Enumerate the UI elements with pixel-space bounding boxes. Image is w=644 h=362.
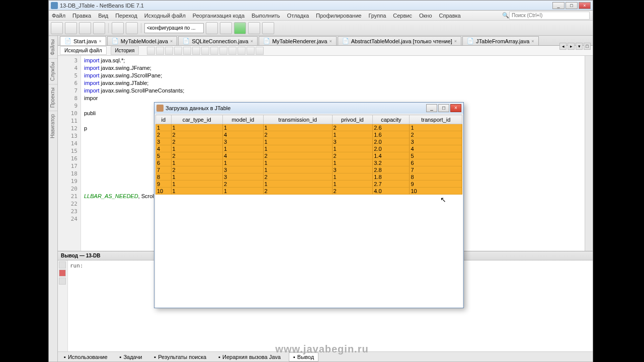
table-cell[interactable]: 1.4: [373, 152, 410, 159]
editor-tool-button[interactable]: [165, 47, 173, 55]
config-combo[interactable]: <конфигурация по ...: [144, 23, 204, 33]
table-cell[interactable]: 4.0: [373, 188, 410, 195]
pane-menu-button[interactable]: ▾: [576, 43, 583, 50]
open-button[interactable]: [79, 22, 91, 34]
table-row[interactable]: 1011224.010: [156, 188, 462, 195]
table-cell[interactable]: 2.6: [373, 124, 410, 131]
bottom-tab[interactable]: ▪Вывод: [289, 352, 318, 361]
editor-tool-button[interactable]: [147, 47, 155, 55]
table-cell[interactable]: 1: [171, 124, 222, 131]
table-cell[interactable]: 2: [332, 188, 373, 195]
table-row[interactable]: 323132.03: [156, 138, 462, 145]
table-cell[interactable]: 3: [332, 138, 373, 145]
table-cell[interactable]: 3: [222, 173, 263, 180]
file-tab[interactable]: 📄MyTableModel.java×: [107, 36, 177, 45]
menu-help[interactable]: Справка: [439, 13, 461, 19]
menu-profile[interactable]: Профилирование: [316, 13, 361, 19]
table-cell[interactable]: 1: [263, 145, 332, 152]
file-tab[interactable]: 📄JTableFromArray.java×: [462, 36, 538, 45]
table-cell[interactable]: 2.8: [373, 166, 410, 173]
new-file-button[interactable]: [51, 22, 63, 34]
table-cell[interactable]: 2: [171, 152, 222, 159]
table-row[interactable]: 111122.61: [156, 124, 462, 131]
table-cell[interactable]: 1.8: [373, 173, 410, 180]
table-row[interactable]: 224211.62: [156, 131, 462, 138]
table-cell[interactable]: 1: [171, 159, 222, 166]
minimize-button[interactable]: _: [552, 2, 565, 9]
table-cell[interactable]: 3: [222, 138, 263, 145]
pane-right-button[interactable]: ▸: [568, 43, 575, 50]
table-cell[interactable]: 4: [222, 152, 263, 159]
table-header[interactable]: transport_id: [410, 115, 462, 124]
table-cell[interactable]: 1: [171, 188, 222, 195]
table-cell[interactable]: 1: [171, 173, 222, 180]
output-stop-icon[interactable]: [59, 269, 66, 277]
table-row[interactable]: 912112.79: [156, 180, 462, 188]
save-all-button[interactable]: [93, 22, 105, 34]
pane-max-button[interactable]: □: [584, 43, 591, 50]
table-cell[interactable]: 1: [222, 124, 263, 131]
build-button[interactable]: [206, 22, 218, 34]
table-cell[interactable]: 3: [222, 166, 263, 173]
editor-tool-button[interactable]: [183, 47, 191, 55]
table-cell[interactable]: 10: [156, 188, 172, 195]
menu-file[interactable]: Файл: [52, 13, 65, 19]
table-cell[interactable]: 8: [156, 173, 172, 180]
table-cell[interactable]: 2: [171, 131, 222, 138]
table-cell[interactable]: 1: [222, 145, 263, 152]
table-cell[interactable]: 2.0: [373, 138, 410, 145]
file-tab[interactable]: 📄SQLiteConnection.java×: [178, 36, 258, 45]
table-cell[interactable]: 3.2: [373, 159, 410, 166]
table-header[interactable]: transmission_id: [263, 115, 332, 124]
editor-tool-button[interactable]: [156, 47, 164, 55]
pane-left-button[interactable]: ◂: [559, 43, 567, 50]
table-cell[interactable]: 2: [171, 166, 222, 173]
editor-tool-button[interactable]: [228, 47, 236, 55]
table-cell[interactable]: 2: [332, 124, 373, 131]
bottom-tab[interactable]: ▪Иерархия вызова Java: [214, 353, 285, 361]
clean-build-button[interactable]: [220, 22, 232, 34]
table-cell[interactable]: 1: [263, 124, 332, 131]
sidebar-navigator[interactable]: Навигатор: [49, 111, 57, 141]
table-cell[interactable]: 1: [263, 159, 332, 166]
table-cell[interactable]: 1: [332, 159, 373, 166]
jtable[interactable]: idcar_type_idmodel_idtransmission_idpriv…: [155, 115, 462, 195]
table-header[interactable]: capacity: [373, 115, 410, 124]
debug-button[interactable]: [248, 22, 260, 34]
editor-tool-button[interactable]: [192, 47, 200, 55]
table-cell[interactable]: 1: [332, 145, 373, 152]
table-cell[interactable]: 2: [263, 152, 332, 159]
table-cell[interactable]: 4: [222, 131, 263, 138]
redo-button[interactable]: [126, 22, 138, 34]
close-tab-icon[interactable]: ×: [531, 39, 534, 44]
editor-scrollbar[interactable]: [585, 56, 593, 251]
editor-tool-button[interactable]: [174, 47, 182, 55]
editor-tool-button[interactable]: [201, 47, 209, 55]
menu-window[interactable]: Окно: [419, 13, 432, 19]
dialog-minimize-button[interactable]: _: [426, 104, 437, 112]
table-cell[interactable]: 2.7: [373, 180, 410, 188]
file-tab[interactable]: 📄Start.java×: [60, 36, 106, 45]
close-tab-icon[interactable]: ×: [251, 39, 253, 44]
table-cell[interactable]: 2: [263, 131, 332, 138]
table-cell[interactable]: 1: [263, 180, 332, 188]
menu-run[interactable]: Выполнить: [252, 13, 280, 19]
menu-debug[interactable]: Отладка: [287, 13, 309, 19]
bottom-tab[interactable]: ▪Использование: [60, 353, 112, 361]
table-cell[interactable]: 1: [171, 180, 222, 188]
close-tab-icon[interactable]: ×: [99, 39, 101, 44]
bottom-tab[interactable]: ▪Результаты поиска: [150, 353, 210, 361]
table-cell[interactable]: 1: [222, 188, 263, 195]
editor-tool-button[interactable]: [237, 47, 246, 55]
table-cell[interactable]: 1: [332, 180, 373, 188]
table-cell[interactable]: 2: [171, 138, 222, 145]
menu-source[interactable]: Исходный файл: [144, 13, 186, 19]
table-cell[interactable]: 1.6: [373, 131, 410, 138]
table-cell[interactable]: 7: [410, 166, 462, 173]
undo-button[interactable]: [112, 22, 124, 34]
menu-view[interactable]: Вид: [98, 13, 108, 19]
table-cell[interactable]: 1: [156, 124, 172, 131]
sidebar-projects[interactable]: Проекты: [49, 84, 57, 111]
editor-tool-button[interactable]: [210, 47, 218, 55]
table-header[interactable]: model_id: [222, 115, 263, 124]
